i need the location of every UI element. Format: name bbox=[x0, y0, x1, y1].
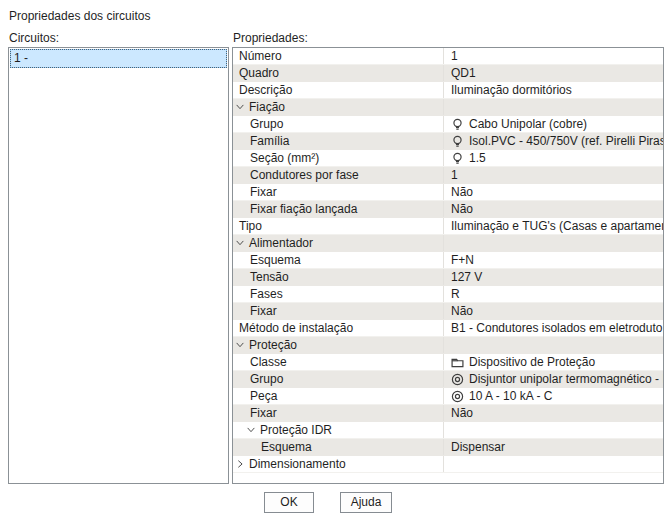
property-row[interactable]: FamíliaIsol.PVC - 450/750V (ref. Pirelli… bbox=[233, 133, 663, 150]
property-value-cell: R bbox=[443, 286, 663, 302]
property-value-cell: Iluminação e TUG's (Casas e apartamentos… bbox=[443, 218, 663, 234]
property-value-cell: Cabo Unipolar (cobre) bbox=[443, 116, 663, 132]
property-row[interactable]: FixarNão bbox=[233, 405, 663, 422]
property-category-row[interactable]: Dimensionamento bbox=[233, 456, 663, 473]
property-name-label: Proteção bbox=[249, 338, 297, 352]
property-name-cell: Esquema bbox=[233, 252, 443, 268]
property-row[interactable]: DescriçãoIluminação dormitórios bbox=[233, 82, 663, 99]
property-name-cell: Dimensionamento bbox=[233, 456, 443, 472]
property-name-cell: Fixar bbox=[233, 405, 443, 421]
property-value-label: F+N bbox=[451, 253, 474, 267]
property-value-cell bbox=[443, 337, 663, 353]
property-name-label: Tipo bbox=[239, 219, 262, 233]
property-value-label: Iluminação e TUG's (Casas e apartamentos… bbox=[451, 219, 663, 233]
property-row[interactable]: Método de instalaçãoB1 - Condutores isol… bbox=[233, 320, 663, 337]
property-value-cell: Não bbox=[443, 405, 663, 421]
chevron-down-icon[interactable] bbox=[235, 340, 245, 350]
property-name-label: Descrição bbox=[239, 83, 292, 97]
property-name-cell: Tipo bbox=[233, 218, 443, 234]
property-name-cell: Quadro bbox=[233, 65, 443, 81]
property-name-label: Fixar bbox=[250, 406, 277, 420]
property-name-label: Dimensionamento bbox=[249, 457, 346, 471]
circuits-label: Circuitos: bbox=[9, 31, 59, 45]
property-name-cell: Método de instalação bbox=[233, 320, 443, 336]
property-value-cell: 1 bbox=[443, 167, 663, 183]
circuit-list-item[interactable]: 1 - bbox=[10, 49, 227, 68]
ok-button[interactable]: OK bbox=[264, 492, 314, 513]
property-value-cell: Não bbox=[443, 303, 663, 319]
property-name-cell: Grupo bbox=[233, 116, 443, 132]
bullseye-icon bbox=[451, 390, 464, 403]
property-name-label: Classe bbox=[250, 355, 287, 369]
chevron-down-icon[interactable] bbox=[235, 102, 245, 112]
property-name-label: Fiação bbox=[249, 100, 285, 114]
property-category-row[interactable]: Proteção IDR bbox=[233, 422, 663, 439]
property-name-cell: Seção (mm²) bbox=[233, 150, 443, 166]
bulb-icon bbox=[451, 152, 464, 165]
property-name-cell: Esquema bbox=[233, 439, 443, 455]
property-row[interactable]: Tensão127 V bbox=[233, 269, 663, 286]
property-row[interactable]: QuadroQD1 bbox=[233, 65, 663, 82]
property-value-cell bbox=[443, 235, 663, 251]
chevron-down-icon[interactable] bbox=[235, 238, 245, 248]
property-row[interactable]: FasesR bbox=[233, 286, 663, 303]
property-row[interactable]: Condutores por fase1 bbox=[233, 167, 663, 184]
property-value-cell: Dispensar bbox=[443, 439, 663, 455]
property-value-label: 10 A - 10 kA - C bbox=[469, 389, 552, 403]
property-category-row[interactable]: Fiação bbox=[233, 99, 663, 116]
property-name-label: Grupo bbox=[250, 372, 283, 386]
property-value-label: 127 V bbox=[451, 270, 482, 284]
property-value-cell bbox=[443, 422, 663, 438]
property-value-label: Não bbox=[451, 406, 473, 420]
circuits-listbox[interactable]: 1 - bbox=[8, 47, 229, 484]
property-value-label: B1 - Condutores isolados em eletroduto d… bbox=[451, 321, 663, 335]
property-name-label: Quadro bbox=[239, 66, 279, 80]
help-button[interactable]: Ajuda bbox=[340, 492, 392, 513]
chevron-right-icon[interactable] bbox=[235, 459, 245, 469]
property-row[interactable]: Seção (mm²)1.5 bbox=[233, 150, 663, 167]
property-name-label: Alimentador bbox=[249, 236, 313, 250]
chevron-down-icon[interactable] bbox=[246, 425, 256, 435]
property-row[interactable]: GrupoCabo Unipolar (cobre) bbox=[233, 116, 663, 133]
property-row[interactable]: Número1 bbox=[233, 48, 663, 65]
property-name-cell: Condutores por fase bbox=[233, 167, 443, 183]
property-value-cell: 1.5 bbox=[443, 150, 663, 166]
property-value-cell bbox=[443, 99, 663, 115]
property-category-row[interactable]: Alimentador bbox=[233, 235, 663, 252]
property-name-label: Fixar bbox=[250, 185, 277, 199]
property-name-cell: Fiação bbox=[233, 99, 443, 115]
property-row[interactable]: EsquemaDispensar bbox=[233, 439, 663, 456]
property-name-cell: Proteção bbox=[233, 337, 443, 353]
property-value-label: R bbox=[451, 287, 460, 301]
property-value-cell: Não bbox=[443, 184, 663, 200]
property-row[interactable]: Peça10 A - 10 kA - C bbox=[233, 388, 663, 405]
property-name-cell: Fixar fiação lançada bbox=[233, 201, 443, 217]
property-value-cell: 127 V bbox=[443, 269, 663, 285]
property-row[interactable]: TipoIluminação e TUG's (Casas e apartame… bbox=[233, 218, 663, 235]
property-name-cell: Fases bbox=[233, 286, 443, 302]
property-value-cell: Não bbox=[443, 201, 663, 217]
property-value-label: Cabo Unipolar (cobre) bbox=[469, 117, 587, 131]
property-name-cell: Descrição bbox=[233, 82, 443, 98]
property-name-cell: Peça bbox=[233, 388, 443, 404]
property-name-label: Proteção IDR bbox=[260, 423, 332, 437]
property-row[interactable]: Fixar fiação lançadaNão bbox=[233, 201, 663, 218]
property-row[interactable]: ClasseDispositivo de Proteção bbox=[233, 354, 663, 371]
property-row[interactable]: FixarNão bbox=[233, 303, 663, 320]
property-row[interactable]: EsquemaF+N bbox=[233, 252, 663, 269]
property-value-label: Não bbox=[451, 304, 473, 318]
property-value-cell: 1 bbox=[443, 48, 663, 64]
property-value-cell: F+N bbox=[443, 252, 663, 268]
property-value-label: Iluminação dormitórios bbox=[451, 83, 572, 97]
property-value-label: 1.5 bbox=[469, 151, 486, 165]
property-row[interactable]: GrupoDisjuntor unipolar termomagnético -… bbox=[233, 371, 663, 388]
bullseye-icon bbox=[451, 373, 464, 386]
property-value-cell: 10 A - 10 kA - C bbox=[443, 388, 663, 404]
property-row[interactable]: FixarNão bbox=[233, 184, 663, 201]
property-grid[interactable]: Número1QuadroQD1DescriçãoIluminação dorm… bbox=[232, 47, 664, 484]
property-name-label: Família bbox=[250, 134, 289, 148]
property-name-cell: Tensão bbox=[233, 269, 443, 285]
property-name-label: Peça bbox=[250, 389, 277, 403]
bulb-icon bbox=[451, 135, 464, 148]
property-category-row[interactable]: Proteção bbox=[233, 337, 663, 354]
